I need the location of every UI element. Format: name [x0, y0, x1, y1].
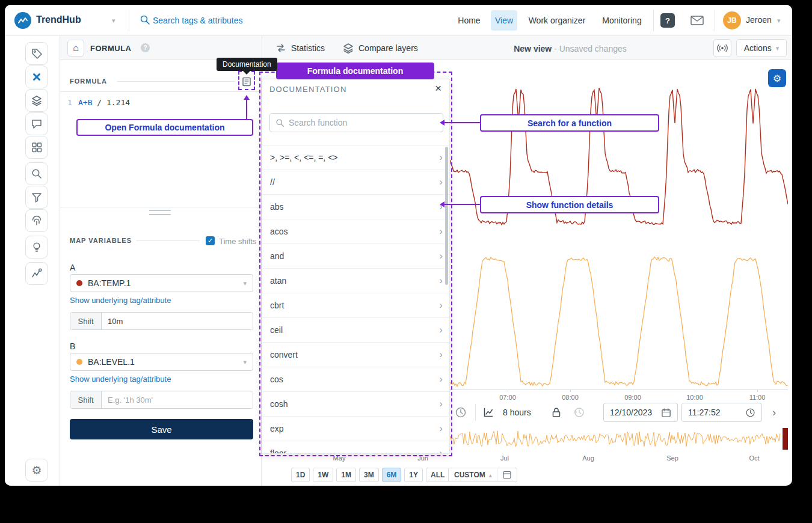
doc-panel-header: DOCUMENTATION — [269, 85, 347, 94]
sidebar-item-search[interactable] — [25, 162, 48, 185]
shift-a-input[interactable] — [102, 313, 253, 329]
user-caret-down-icon[interactable]: ▾ — [777, 17, 781, 25]
sidebar-item-layers[interactable] — [25, 89, 48, 112]
function-row[interactable]: atan› — [262, 269, 450, 293]
show-underlying-link-b[interactable]: Show underlying tag/attribute — [70, 375, 171, 384]
search-icon — [275, 118, 285, 127]
sidebar-item-comments[interactable] — [25, 112, 48, 135]
function-row[interactable]: //› — [262, 170, 450, 195]
range-1d[interactable]: 1D — [291, 468, 310, 482]
chart-settings-button[interactable]: ⚙ — [768, 69, 786, 87]
app-window: TrendHub ▾ Home View Work organizer Moni… — [5, 5, 792, 486]
select-caret-down-icon: ▾ — [243, 280, 247, 287]
history-clock-icon — [573, 406, 585, 418]
sidebar-item-filters[interactable] — [25, 186, 48, 209]
range-1y[interactable]: 1Y — [404, 468, 423, 482]
function-row[interactable]: cos› — [262, 367, 450, 392]
function-row[interactable]: >, >=, <, <=, =, <>› — [262, 145, 450, 170]
custom-range-button[interactable]: CUSTOM ▴ — [448, 468, 517, 482]
chevron-right-icon: › — [439, 225, 443, 237]
range-3m[interactable]: 3M — [359, 468, 379, 482]
gear-icon: ⚙ — [773, 73, 781, 84]
variable-b-select[interactable]: BA:LEVEL.1 ▾ — [70, 353, 253, 371]
range-6m[interactable]: 6M — [382, 468, 402, 482]
nav-work-organizer[interactable]: Work organizer — [523, 10, 591, 31]
sidebar-item-settings[interactable]: ⚙ — [25, 459, 48, 482]
user-name[interactable]: Jeroen — [746, 15, 772, 25]
compare-layers-icon — [343, 43, 354, 54]
sidebar-item-tags[interactable] — [25, 42, 48, 65]
formula-icon — [31, 71, 43, 83]
actions-caret-down-icon: ▾ — [776, 44, 780, 52]
variable-a-select[interactable]: BA:TEMP.1 ▾ — [70, 274, 253, 292]
time-input[interactable]: 11:27:52 — [681, 403, 762, 422]
title-help-icon[interactable]: ? — [141, 43, 150, 52]
close-button[interactable]: × — [435, 82, 441, 95]
step-forward-button[interactable]: › — [767, 405, 781, 420]
date-input[interactable]: 12/10/2023 — [603, 403, 678, 422]
help-button[interactable]: ? — [660, 13, 675, 28]
tick-mark — [633, 390, 633, 392]
trend-chart[interactable] — [450, 60, 788, 390]
chevron-right-icon: › — [439, 373, 443, 385]
sidebar-item-dashboards[interactable] — [25, 136, 48, 159]
history-button[interactable] — [573, 406, 586, 419]
compare-layers-button[interactable]: Compare layers — [343, 40, 418, 57]
nav-monitoring[interactable]: Monitoring — [598, 10, 646, 31]
mail-icon[interactable] — [691, 16, 704, 25]
formula-documentation-button[interactable] — [239, 75, 254, 89]
time-shifts-checkbox[interactable]: ✓ — [206, 236, 215, 245]
shift-b-input[interactable] — [102, 391, 253, 408]
range-all[interactable]: ALL — [426, 468, 449, 482]
function-search-input[interactable] — [289, 118, 437, 127]
shift-a-group: Shift — [70, 312, 253, 330]
filter-icon — [31, 191, 43, 203]
lock-button[interactable] — [550, 406, 563, 419]
function-row[interactable]: acos› — [262, 219, 450, 244]
function-search[interactable] — [269, 113, 443, 132]
save-button[interactable]: Save — [70, 419, 253, 439]
chart-type-button[interactable] — [481, 405, 496, 420]
lightbulb-icon — [31, 241, 43, 253]
live-button[interactable] — [713, 39, 731, 57]
chevron-right-icon: › — [439, 398, 443, 410]
range-1w[interactable]: 1W — [313, 468, 333, 482]
function-label: exp — [270, 424, 284, 433]
editor-resize-handle[interactable] — [149, 210, 171, 215]
function-row[interactable]: cosh› — [262, 392, 450, 417]
time-mode-button[interactable] — [454, 405, 468, 420]
sidebar-item-monitors[interactable] — [25, 262, 48, 285]
x-tick-label: 07:00 — [499, 394, 516, 401]
sidebar-item-recommendations[interactable] — [25, 236, 48, 258]
home-button[interactable]: ⌂ — [67, 40, 84, 57]
sidebar-item-fingerprint[interactable] — [25, 209, 48, 232]
nav-view[interactable]: View — [491, 10, 517, 31]
clock-icon — [745, 408, 755, 418]
function-row[interactable]: exp› — [262, 417, 450, 441]
formula-editor[interactable]: 1 A+B / 1.214 — [60, 91, 262, 207]
date-picker-icon — [500, 471, 514, 479]
duration-select[interactable]: 8 hours — [503, 403, 531, 422]
x-tick-label: 10:00 — [686, 394, 703, 401]
show-underlying-link-a[interactable]: Show underlying tag/attribute — [70, 296, 171, 305]
function-row[interactable]: convert› — [262, 343, 450, 367]
function-row[interactable]: and› — [262, 244, 450, 269]
avatar[interactable]: JB — [723, 11, 741, 29]
function-row[interactable]: floor› — [262, 441, 450, 453]
top-bar: TrendHub ▾ Home View Work organizer Moni… — [5, 5, 792, 36]
scrollbar-thumb[interactable] — [445, 147, 448, 285]
brand-caret-down-icon[interactable]: ▾ — [112, 17, 115, 25]
nav-home[interactable]: Home — [455, 10, 484, 31]
function-row[interactable]: cbrt› — [262, 293, 450, 318]
search-input[interactable] — [153, 13, 345, 28]
x-axis-ticks: 07:0008:0009:0010:0011:00 — [450, 390, 788, 404]
actions-button[interactable]: Actions ▾ — [736, 39, 787, 57]
range-1m[interactable]: 1M — [336, 468, 356, 482]
function-label: // — [270, 177, 275, 187]
sidebar-item-formulas[interactable] — [25, 66, 48, 88]
function-row[interactable]: abs› — [262, 195, 450, 219]
function-row[interactable]: ceil› — [262, 318, 450, 343]
shift-b-label: Shift — [70, 391, 102, 408]
statistics-button[interactable]: Statistics — [275, 40, 325, 57]
caret-up-icon: ▴ — [489, 472, 492, 479]
